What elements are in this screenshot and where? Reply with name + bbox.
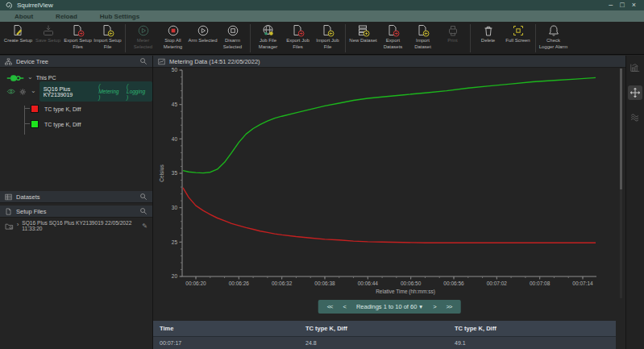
metering-chart[interactable]: 2025303540455000:06:2000:06:2600:06:3200… bbox=[153, 68, 623, 301]
toolbar-button-label: New Dataset bbox=[349, 38, 376, 44]
cell-time: 00:07:17 bbox=[153, 340, 299, 346]
setup-files-title: Setup Files bbox=[16, 208, 47, 215]
delete-button[interactable]: Delete bbox=[473, 23, 503, 44]
new-dataset-button[interactable]: New Dataset bbox=[348, 23, 378, 44]
menu-hub-settings[interactable]: Hub Settings bbox=[100, 13, 139, 20]
job-file-manager-button[interactable]: Job File Manager bbox=[253, 23, 283, 50]
delete-icon bbox=[482, 24, 495, 37]
tree-item-device[interactable]: ⌄ SQ16 Plus KY2139019 ( Metering ) ( Log… bbox=[0, 85, 152, 98]
check-logger-alarm-icon bbox=[547, 24, 560, 37]
metering-data-icon bbox=[158, 58, 165, 65]
close-button[interactable]: × bbox=[632, 2, 636, 9]
menu-about[interactable]: About bbox=[15, 13, 33, 20]
new-dataset-icon bbox=[357, 24, 370, 37]
svg-text:40: 40 bbox=[172, 136, 178, 142]
svg-text:00:06:32: 00:06:32 bbox=[272, 280, 293, 286]
svg-text:00:07:14: 00:07:14 bbox=[572, 280, 593, 286]
setup-folder-gear-icon bbox=[5, 222, 14, 231]
svg-text:00:06:26: 00:06:26 bbox=[229, 280, 250, 286]
svg-text:00:06:56: 00:06:56 bbox=[443, 280, 464, 286]
setup-files-search-icon[interactable] bbox=[139, 207, 147, 215]
toolbar-separator bbox=[345, 24, 346, 52]
chart-panel: Metering Data (14:51 22/05/2022) 2025303… bbox=[153, 56, 626, 349]
meter-selected-icon bbox=[137, 24, 150, 37]
toolbar-button-label: Check Logger Alarm bbox=[538, 38, 568, 50]
eye-icon[interactable] bbox=[6, 87, 15, 96]
maximize-button[interactable]: □ bbox=[620, 2, 624, 9]
app-logo-squirrel-icon bbox=[5, 2, 13, 10]
toolbar-button-label: Create Setup bbox=[4, 38, 32, 44]
svg-text:Relative Time (hh:mm:ss): Relative Time (hh:mm:ss) bbox=[376, 289, 435, 295]
tree-item-channel-red[interactable]: TC type K, Diff bbox=[31, 102, 152, 115]
datasets-title: Datasets bbox=[16, 193, 40, 201]
readings-table: Time TC type K, Diff TC type K, Diff 00:… bbox=[153, 321, 616, 349]
export-datasets-button[interactable]: Export Datasets bbox=[378, 23, 408, 50]
setup-files-header[interactable]: Setup Files bbox=[0, 206, 152, 218]
pan-tool-button[interactable] bbox=[628, 85, 642, 100]
import-setup-file-button[interactable]: Import Setup File bbox=[93, 23, 123, 50]
last-page-button[interactable]: >> bbox=[447, 303, 452, 310]
chart-vertical-scrollbar[interactable] bbox=[620, 69, 622, 298]
table-row[interactable]: 00:07:17 24.8 49.1 bbox=[153, 336, 616, 349]
create-setup-button[interactable]: Create Setup bbox=[3, 23, 33, 44]
readings-range-label: Readings 1 to 10 of 60 bbox=[356, 303, 417, 310]
plug-connected-icon bbox=[6, 73, 24, 83]
layers-tool-button[interactable] bbox=[628, 110, 642, 125]
dropdown-caret-icon: ▾ bbox=[419, 303, 422, 310]
tree-item-channel-green[interactable]: TC type K, Diff bbox=[31, 118, 152, 131]
toolbar-separator bbox=[250, 24, 251, 52]
menu-bar: About Reload Hub Settings bbox=[0, 10, 644, 22]
stop-all-metering-icon bbox=[167, 24, 180, 37]
toolbar-button-label: Import Setup File bbox=[93, 38, 123, 50]
gear-icon[interactable] bbox=[19, 87, 27, 97]
cell-tc1-value: 24.8 bbox=[299, 340, 448, 346]
tree-guide-line bbox=[24, 106, 25, 135]
col-header-tc2: TC type K, Diff bbox=[448, 325, 616, 332]
datasets-search-icon[interactable] bbox=[139, 193, 147, 201]
datasets-header[interactable]: Datasets bbox=[0, 191, 152, 203]
tree-item-this-pc-label: This PC bbox=[36, 75, 56, 81]
channel-label: TC type K, Diff bbox=[44, 122, 81, 127]
next-page-button[interactable]: > bbox=[433, 303, 435, 310]
prev-page-button[interactable]: < bbox=[343, 303, 345, 310]
setup-file-item[interactable]: › SQ16 Plus SQ16 Plus KY2139019 22/05/20… bbox=[0, 219, 152, 232]
datasets-icon bbox=[5, 193, 12, 201]
chart-panel-header: Metering Data (14:51 22/05/2022) bbox=[153, 56, 625, 68]
col-header-tc1: TC type K, Diff bbox=[299, 325, 448, 332]
minimize-button[interactable]: – bbox=[609, 2, 613, 9]
export-job-files-button[interactable]: Export Job Files bbox=[283, 23, 313, 50]
import-job-file-button[interactable]: Import Job File bbox=[313, 23, 343, 50]
export-setup-files-button[interactable]: Export Setup Files bbox=[63, 23, 93, 50]
cell-tc2-value: 49.1 bbox=[448, 340, 616, 346]
import-dataset-button[interactable]: Import Dataset bbox=[408, 23, 438, 50]
menu-reload[interactable]: Reload bbox=[56, 13, 77, 20]
check-logger-alarm-button[interactable]: Check Logger Alarm bbox=[538, 23, 568, 50]
print-icon bbox=[447, 24, 459, 37]
readings-range-dropdown[interactable]: Readings 1 to 10 of 60 ▾ bbox=[356, 303, 422, 310]
svg-text:50: 50 bbox=[172, 68, 178, 73]
full-screen-button[interactable]: Full Screen bbox=[503, 23, 533, 44]
print-button: Print bbox=[438, 23, 467, 44]
metering-tag: ( Metering ) bbox=[98, 83, 122, 100]
stop-all-metering-button[interactable]: Stop All Metering bbox=[158, 23, 188, 50]
meter-selected-button: Meter Selected bbox=[128, 23, 158, 50]
setup-files-icon bbox=[5, 208, 12, 215]
scrollbar-thumb[interactable] bbox=[620, 69, 622, 189]
device-tree-search-icon[interactable] bbox=[139, 57, 147, 65]
device-row-selected[interactable]: SQ16 Plus KY2139019 ( Metering ) ( Loggi… bbox=[39, 81, 152, 102]
toolbar-button-label: Job File Manager bbox=[253, 38, 283, 50]
svg-text:25: 25 bbox=[172, 239, 178, 245]
toolbar-button-label: Meter Selected bbox=[128, 38, 158, 50]
edit-pencil-icon[interactable]: ✎ bbox=[142, 222, 147, 230]
arm-selected-button[interactable]: Arm Selected bbox=[188, 23, 218, 44]
import-setup-file-icon bbox=[102, 24, 114, 37]
chart-title: Metering Data (14:51 22/05/2022) bbox=[169, 58, 260, 65]
disarm-selected-button[interactable]: Disarm Selected bbox=[218, 23, 247, 50]
readings-pagination: << < Readings 1 to 10 of 60 ▾ > >> bbox=[318, 300, 461, 314]
svg-text:20: 20 bbox=[172, 273, 178, 279]
pan-tool-icon bbox=[629, 87, 641, 98]
window-title: SquirrelView bbox=[17, 2, 53, 9]
chart-tool-button[interactable] bbox=[628, 60, 642, 75]
first-page-button[interactable]: << bbox=[327, 303, 333, 310]
import-job-file-icon bbox=[322, 24, 334, 37]
